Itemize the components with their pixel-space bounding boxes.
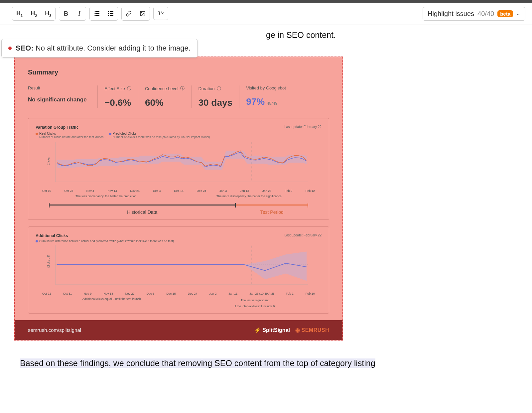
- chart1-note-right: The more discrepancy, the better the sig…: [216, 195, 282, 198]
- svg-point-13: [142, 12, 142, 13]
- legend-pred-sub: Number of clicks if there was no test (c…: [113, 135, 210, 139]
- googlebot-value: 97%: [246, 96, 265, 107]
- beta-badge: beta: [497, 10, 513, 17]
- format-group: B I: [59, 7, 86, 21]
- image-with-issue[interactable]: Summary Result No significant change Eff…: [14, 57, 343, 341]
- result-label: Result: [28, 85, 91, 90]
- legend-real-sub: Number of clicks before and after the te…: [39, 135, 104, 139]
- chart1-last-update: Last update: February 22: [284, 125, 322, 129]
- h1-button[interactable]: H1: [12, 7, 27, 20]
- svg-point-6: [108, 11, 109, 12]
- bold-button[interactable]: B: [59, 7, 72, 20]
- editor-toolbar: H1 H2 H3 B I 123 T✕ High: [0, 3, 532, 25]
- info-icon: ⓘ: [127, 85, 131, 91]
- svg-point-10: [108, 15, 109, 16]
- ordered-list-button[interactable]: 123: [90, 7, 104, 20]
- confidence-label: Confidence Level: [145, 86, 178, 91]
- googlebot-sub: 48/49: [267, 101, 278, 106]
- splitsignal-logo: SplitSignal: [254, 327, 290, 333]
- chart1-title: Variation Group Traffic: [36, 125, 210, 130]
- svg-rect-7: [110, 11, 113, 12]
- h2-button[interactable]: H2: [27, 7, 41, 20]
- list-group: 123: [89, 7, 118, 21]
- test-period-label: Test Period: [236, 205, 308, 215]
- chart1-xticks: Oct 15Oct 23Nov 4Nov 14Nov 24Dec 4Dec 14…: [36, 189, 322, 193]
- semrush-logo: SEMRUSH: [295, 327, 329, 333]
- clear-format-button[interactable]: T✕: [153, 7, 168, 20]
- image-button[interactable]: [136, 7, 150, 20]
- h3-button[interactable]: H3: [41, 7, 55, 20]
- chart2-title: Additional Clicks: [36, 233, 174, 238]
- summary-heading: Summary: [28, 69, 329, 76]
- footer-url: semrush.com/splitsignal: [28, 327, 81, 333]
- duration-label: Duration: [198, 86, 214, 91]
- legend-dot-cum: [36, 240, 38, 242]
- info-icon: ⓘ: [217, 85, 221, 91]
- svg-rect-9: [110, 13, 113, 14]
- svg-rect-1: [95, 11, 99, 12]
- partial-paragraph: ge in SEO content.: [266, 30, 512, 40]
- body-text-highlighted: Based on these findings, we conclude tha…: [20, 358, 375, 368]
- chart1-note-left: The less discrepancy, the better the pre…: [75, 195, 136, 198]
- confidence-value: 60%: [145, 97, 185, 108]
- italic-button[interactable]: I: [72, 7, 86, 20]
- svg-text:Clicks diff: Clicks diff: [47, 255, 50, 268]
- traffic-chart-card: Variation Group Traffic Real ClicksNumbe…: [28, 118, 329, 220]
- chevron-down-icon: ⌄: [516, 11, 520, 16]
- googlebot-label: Visited by Googlebot: [246, 85, 286, 90]
- issue-count: 40/40: [477, 10, 494, 18]
- tooltip-tag: SEO:: [16, 44, 34, 52]
- svg-rect-11: [110, 15, 113, 16]
- link-button[interactable]: [122, 7, 136, 20]
- legend-dot-pred: [109, 133, 111, 135]
- editor-body[interactable]: SEO: No alt attribute. Consider adding i…: [0, 30, 532, 383]
- tooltip-message: No alt attribute. Consider adding it to …: [36, 44, 191, 52]
- result-value: No significant change: [28, 96, 91, 103]
- chart2-subtitle: Cumulative difference between actual and…: [39, 239, 174, 243]
- info-icon: ⓘ: [180, 85, 185, 91]
- legend-pred: Predicted Clicks: [113, 132, 137, 135]
- chart2-note-right-2: if the interval doesn't include 0: [234, 305, 275, 308]
- duration-value: 30 days: [198, 97, 232, 108]
- chart2-note-right-1: The test is significant: [241, 299, 269, 302]
- image-footer: semrush.com/splitsignal SplitSignal SEMR…: [15, 320, 342, 340]
- svg-text:3: 3: [94, 15, 95, 17]
- error-dot-icon: [8, 47, 12, 50]
- highlight-label: Highlight issues: [428, 10, 474, 18]
- effect-value: −0.6%: [104, 97, 131, 108]
- metrics-row: Result No significant change Effect Size…: [28, 85, 329, 108]
- heading-group: H1 H2 H3: [12, 7, 56, 21]
- chart1-timeline: Historical Data Test Period: [49, 205, 308, 215]
- svg-rect-3: [95, 13, 99, 14]
- effect-label: Effect Size: [104, 86, 125, 91]
- historical-data-label: Historical Data: [49, 205, 236, 215]
- legend-real: Real Clicks: [39, 132, 56, 135]
- insert-group: [121, 7, 150, 21]
- chart2-svg: Clicks diff: [36, 245, 322, 291]
- svg-point-8: [108, 13, 109, 14]
- svg-rect-5: [95, 15, 99, 16]
- seo-issue-tooltip: SEO: No alt attribute. Consider adding i…: [1, 39, 198, 58]
- highlight-issues-dropdown[interactable]: Highlight issues 40/40 beta ⌄: [423, 7, 525, 21]
- chart2-last-update: Last update: February 22: [284, 233, 322, 237]
- legend-dot-real: [36, 133, 38, 135]
- chart2-note-left: Additional clicks equal 0 until the test…: [82, 297, 141, 309]
- additional-clicks-card: Additional Clicks Cumulative difference …: [28, 226, 329, 314]
- chart1-svg: Clicks: [36, 142, 322, 189]
- svg-text:Clicks: Clicks: [47, 157, 50, 165]
- chart2-xticks: Oct 22Oct 31Nov 9Nov 18Nov 27Dec 6Dec 15…: [36, 291, 322, 295]
- body-paragraph: Based on these findings, we conclude tha…: [20, 357, 512, 370]
- unordered-list-button[interactable]: [104, 7, 118, 20]
